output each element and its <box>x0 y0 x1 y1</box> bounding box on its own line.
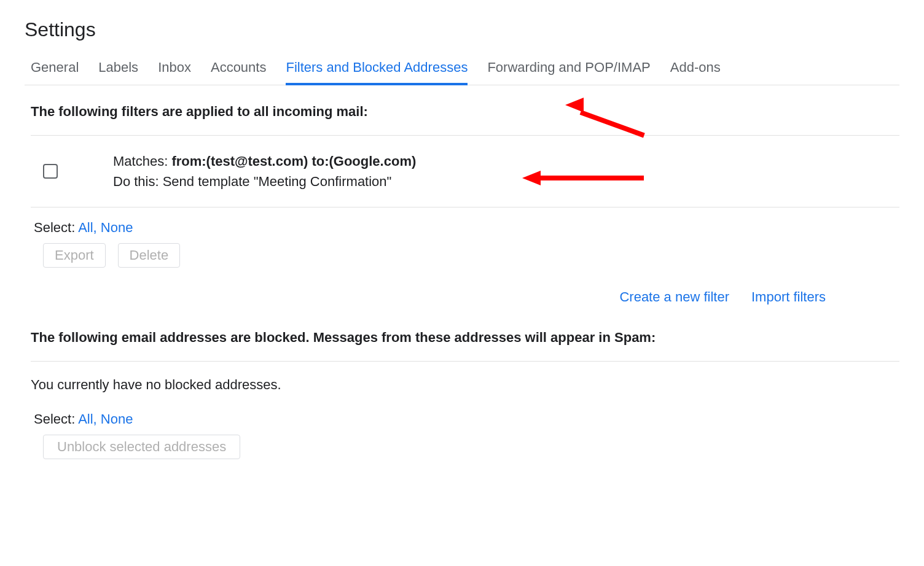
annotation-arrow-icon <box>522 171 541 185</box>
blocked-empty-message: You currently have no blocked addresses. <box>25 377 899 393</box>
select-none-link[interactable]: None <box>101 220 133 235</box>
select-label: Select: <box>34 411 78 427</box>
page-title: Settings <box>25 18 899 41</box>
select-row-filters: Select: All, None <box>25 220 899 236</box>
blocked-buttons: Unblock selected addresses <box>25 435 899 459</box>
filter-matches-label: Matches: <box>113 153 171 169</box>
create-filter-link[interactable]: Create a new filter <box>619 289 729 305</box>
tab-filters-blocked[interactable]: Filters and Blocked Addresses <box>286 60 468 85</box>
tab-general[interactable]: General <box>31 60 79 85</box>
delete-button[interactable]: Delete <box>118 243 181 268</box>
tab-accounts[interactable]: Accounts <box>211 60 267 85</box>
import-filters-link[interactable]: Import filters <box>751 289 826 305</box>
export-button[interactable]: Export <box>43 243 106 268</box>
unblock-button[interactable]: Unblock selected addresses <box>43 435 240 459</box>
tab-forwarding[interactable]: Forwarding and POP/IMAP <box>487 60 650 85</box>
select-all-link[interactable]: All <box>78 220 93 235</box>
select-row-blocked: Select: All, None <box>25 411 899 427</box>
annotation-arrow-tail <box>539 176 644 180</box>
tab-addons[interactable]: Add-ons <box>670 60 721 85</box>
filter-row: Matches: from:(test@test.com) to:(Google… <box>31 136 899 207</box>
select-all-blocked-link[interactable]: All <box>78 411 93 427</box>
blocked-heading: The following email addresses are blocke… <box>25 330 899 346</box>
filter-buttons: Export Delete <box>25 243 899 268</box>
filters-heading: The following filters are applied to all… <box>25 104 899 120</box>
filter-details: Matches: from:(test@test.com) to:(Google… <box>113 151 416 192</box>
tab-labels[interactable]: Labels <box>98 60 138 85</box>
settings-tabs: General Labels Inbox Accounts Filters an… <box>25 60 899 85</box>
filter-action-links: Create a new filter Import filters <box>25 289 899 305</box>
filter-action: Do this: Send template "Meeting Confirma… <box>113 171 416 192</box>
tab-inbox[interactable]: Inbox <box>158 60 191 85</box>
divider <box>31 361 899 362</box>
select-none-blocked-link[interactable]: None <box>101 411 133 427</box>
filter-checkbox[interactable] <box>43 164 58 179</box>
filter-matches-criteria: from:(test@test.com) to:(Google.com) <box>171 153 416 169</box>
select-label: Select: <box>34 220 78 235</box>
